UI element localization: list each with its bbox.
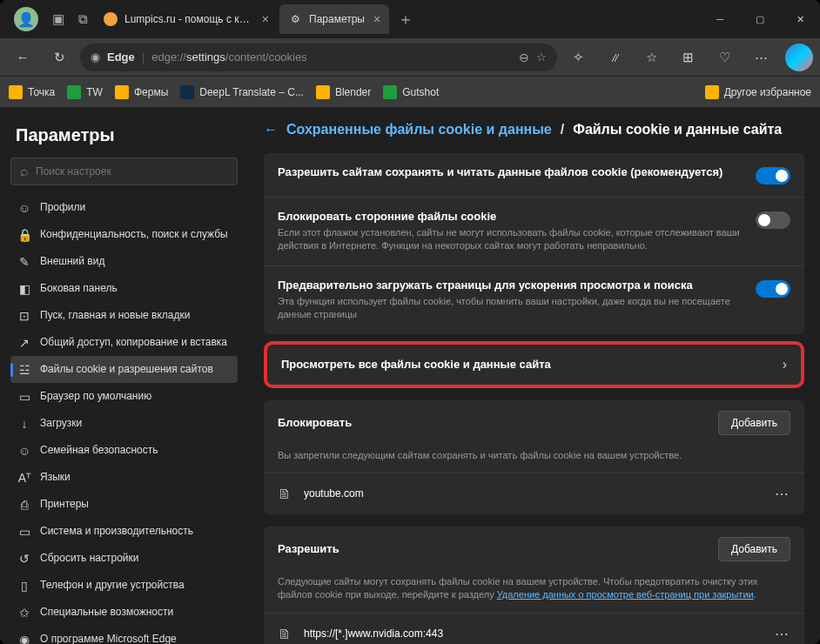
titlebar: 👤 ▣ ⧉ Lumpics.ru - помощь с компьют × ⚙ … bbox=[0, 0, 820, 38]
maximize-button[interactable]: ▢ bbox=[740, 0, 780, 38]
tab-actions-icon[interactable]: ⧉ bbox=[78, 11, 88, 27]
bookmark-item[interactable]: Фермы bbox=[115, 85, 168, 99]
search-icon[interactable]: ⊖ bbox=[519, 50, 529, 64]
search-settings[interactable]: ⌕ bbox=[10, 158, 238, 185]
tab-settings[interactable]: ⚙ Параметры × bbox=[279, 4, 389, 34]
allowed-site-row: 🗎 https://[*.]www.nvidia.com:443 ⋯ bbox=[264, 613, 804, 644]
sidebar-item-reset[interactable]: ↺Сбросить настройки bbox=[10, 545, 238, 572]
sidebar-item-default[interactable]: ▭Браузер по умолчанию bbox=[10, 383, 238, 410]
sidebar-item-sidebar[interactable]: ◧Боковая панель bbox=[10, 275, 238, 302]
home-icon: ⊡ bbox=[17, 309, 31, 323]
chevron-right-icon: › bbox=[783, 357, 787, 372]
sidebar-item-privacy[interactable]: 🔒Конфиденциальность, поиск и службы bbox=[10, 221, 238, 248]
system-icon: ▭ bbox=[17, 525, 31, 539]
bookmark-item[interactable]: Точка bbox=[9, 85, 55, 99]
sidebar-item-accessibility[interactable]: ✩Специальные возможности bbox=[10, 599, 238, 626]
back-icon[interactable]: ← bbox=[264, 122, 278, 138]
sidebar-item-printers[interactable]: ⎙Принтеры bbox=[10, 491, 238, 518]
refresh-button[interactable]: ↻ bbox=[44, 44, 75, 71]
toggle-block-third-party[interactable] bbox=[756, 211, 790, 229]
sidebar-item-system[interactable]: ▭Система и производительность bbox=[10, 518, 238, 545]
gear-icon: ⚙ bbox=[288, 12, 302, 26]
brand-label: Edge bbox=[107, 50, 135, 64]
browser-icon: ▭ bbox=[17, 390, 31, 404]
settings-sidebar: Параметры ⌕ ☺Профили 🔒Конфиденциальность… bbox=[0, 108, 248, 644]
edge-icon: ◉ bbox=[91, 50, 100, 64]
split-icon[interactable]: ⫽ bbox=[599, 44, 630, 71]
more-icon[interactable]: ⋯ bbox=[775, 626, 790, 642]
profile-avatar[interactable]: 👤 bbox=[14, 7, 38, 31]
folder-icon bbox=[115, 85, 129, 99]
breadcrumb-current: Файлы cookie и данные сайта bbox=[573, 122, 782, 138]
cookie-icon: ☳ bbox=[17, 363, 31, 377]
other-bookmarks[interactable]: Другое избранное bbox=[705, 85, 811, 99]
sidebar-item-profiles[interactable]: ☺Профили bbox=[10, 194, 238, 221]
sidebar-item-languages[interactable]: AᵀЯзыки bbox=[10, 464, 238, 491]
file-icon: 🗎 bbox=[278, 486, 292, 500]
toggle-preload[interactable] bbox=[756, 280, 790, 298]
site-label: https://[*.]www.nvidia.com:443 bbox=[304, 627, 775, 640]
folder-icon bbox=[383, 85, 397, 99]
sidebar-title: Параметры bbox=[16, 125, 238, 145]
copilot-button[interactable] bbox=[785, 44, 813, 71]
bookmarks-bar: Точка TW Фермы DeepL Translate – C... Bl… bbox=[0, 77, 820, 108]
blocked-site-row: 🗎 youtube.com ⋯ bbox=[264, 473, 804, 514]
folder-icon bbox=[705, 85, 719, 99]
add-allow-button[interactable]: Добавить bbox=[718, 537, 790, 561]
collections-icon[interactable]: ⊞ bbox=[672, 44, 703, 71]
sidebar-item-appearance[interactable]: ✎Внешний вид bbox=[10, 248, 238, 275]
folder-icon bbox=[180, 85, 194, 99]
edge-icon: ◉ bbox=[17, 633, 31, 644]
favorites-icon[interactable]: ☆ bbox=[635, 44, 667, 71]
block-section-title: Блокировать bbox=[278, 416, 352, 429]
close-icon[interactable]: × bbox=[262, 12, 269, 26]
brush-icon: ✎ bbox=[17, 255, 31, 269]
allow-section-description: Следующие сайты могут сохранять файлы co… bbox=[264, 575, 804, 613]
clear-on-close-link[interactable]: Удаление данных о просмотре веб-страниц … bbox=[497, 589, 754, 600]
language-icon: Aᵀ bbox=[17, 471, 31, 485]
sidebar-item-phone[interactable]: ▯Телефон и другие устройства bbox=[10, 572, 238, 599]
tab-title: Параметры bbox=[309, 13, 365, 25]
extensions-icon[interactable]: ✧ bbox=[562, 44, 594, 71]
block-section-description: Вы запретили следующим сайтам сохранять … bbox=[264, 449, 804, 473]
sidebar-item-cookies[interactable]: ☳Файлы cookie и разрешения сайтов bbox=[10, 356, 238, 383]
folder-icon bbox=[67, 85, 81, 99]
more-icon[interactable]: ⋯ bbox=[745, 44, 776, 71]
bookmark-item[interactable]: Blender bbox=[316, 85, 371, 99]
add-block-button[interactable]: Добавить bbox=[718, 411, 790, 435]
tab-lumpics[interactable]: Lumpics.ru - помощь с компьют × bbox=[95, 4, 278, 34]
search-input[interactable] bbox=[36, 165, 228, 178]
toggle-allow-cookies[interactable] bbox=[756, 167, 790, 184]
sidebar-item-downloads[interactable]: ↓Загрузки bbox=[10, 410, 238, 437]
search-icon: ⌕ bbox=[20, 164, 29, 179]
breadcrumb-link[interactable]: Сохраненные файлы cookie и данные bbox=[286, 122, 552, 138]
folder-icon bbox=[316, 85, 330, 99]
more-icon[interactable]: ⋯ bbox=[775, 486, 790, 502]
close-icon[interactable]: × bbox=[373, 12, 380, 26]
minimize-button[interactable]: ─ bbox=[700, 0, 740, 38]
favorite-icon[interactable]: ☆ bbox=[536, 50, 547, 64]
toolbar: ← ↻ ◉ Edge | edge://settings/content/coo… bbox=[0, 38, 820, 77]
settings-main: ← Сохраненные файлы cookie и данные / Фа… bbox=[248, 108, 820, 644]
printer-icon: ⎙ bbox=[17, 498, 31, 512]
close-window-button[interactable]: ✕ bbox=[780, 0, 820, 38]
bookmark-item[interactable]: DeepL Translate – C... bbox=[180, 85, 304, 99]
accessibility-icon: ✩ bbox=[17, 606, 31, 620]
bookmark-item[interactable]: TW bbox=[67, 85, 103, 99]
back-button[interactable]: ← bbox=[7, 44, 38, 71]
sidebar-item-about[interactable]: ◉О программе Microsoft Edge bbox=[10, 626, 238, 644]
new-tab-button[interactable]: ＋ bbox=[398, 9, 413, 30]
bookmark-item[interactable]: Gutshot bbox=[383, 85, 439, 99]
reset-icon: ↺ bbox=[17, 552, 31, 566]
performance-icon[interactable]: ♡ bbox=[709, 44, 740, 71]
view-all-cookies-row[interactable]: Просмотреть все файлы cookie и данные са… bbox=[264, 341, 804, 388]
address-bar[interactable]: ◉ Edge | edge://settings/content/cookies… bbox=[80, 44, 557, 71]
tab-title: Lumpics.ru - помощь с компьют bbox=[124, 13, 253, 25]
family-icon: ☺ bbox=[17, 444, 31, 458]
workspaces-icon[interactable]: ▣ bbox=[52, 11, 64, 27]
sidebar-item-family[interactable]: ☺Семейная безопасность bbox=[10, 437, 238, 464]
setting-description: Эта функция использует файлы cookie, что… bbox=[278, 295, 756, 322]
sidebar-item-share[interactable]: ↗Общий доступ, копирование и вставка bbox=[10, 329, 238, 356]
site-icon bbox=[104, 12, 118, 26]
sidebar-item-start[interactable]: ⊡Пуск, главная и новые вкладки bbox=[10, 302, 238, 329]
